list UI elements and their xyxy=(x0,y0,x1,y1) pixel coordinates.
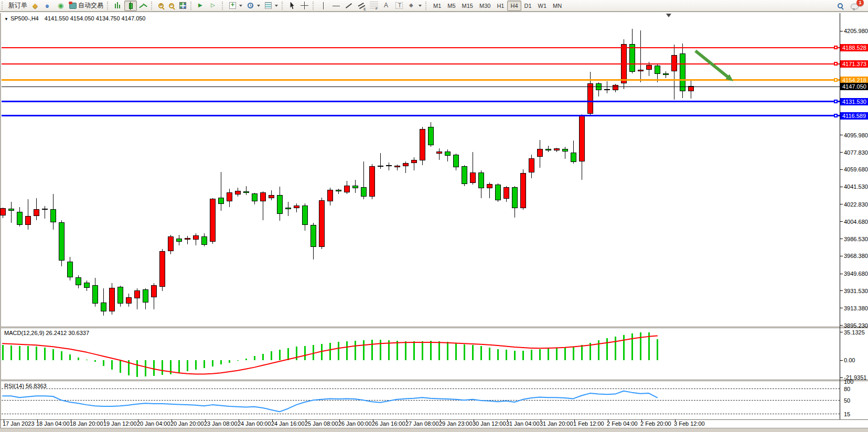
pane-separator[interactable] xyxy=(0,380,868,381)
text-button[interactable] xyxy=(380,1,393,11)
metaeditor-button[interactable] xyxy=(29,1,42,11)
collapse-icon[interactable]: ▼ xyxy=(4,17,8,21)
pane-separator[interactable] xyxy=(0,327,868,328)
timeframe-m5-button-label: M5 xyxy=(447,3,455,9)
time-tick-label: 20 Jan 04:00 xyxy=(137,420,170,427)
macd-histogram-bar xyxy=(506,350,507,360)
level-line-bid-price[interactable] xyxy=(2,87,840,87)
timeframe-m30-button[interactable]: M30 xyxy=(476,1,494,11)
candle-down xyxy=(50,209,56,222)
search-button[interactable] xyxy=(835,1,845,11)
tile-windows-button[interactable] xyxy=(177,1,189,11)
timeframe-d1-button[interactable]: D1 xyxy=(521,1,535,11)
chart-plot[interactable]: ▼SP500-,H4 4141.550 4154.050 4134.750 41… xyxy=(0,0,868,432)
macd-tick xyxy=(840,332,843,332)
level-endpoint-marker[interactable] xyxy=(834,62,838,66)
channel-button[interactable] xyxy=(355,1,368,11)
auto-scroll-button[interactable] xyxy=(195,1,208,11)
new-order-button[interactable]: 新订单 xyxy=(6,1,29,11)
indicators-button[interactable] xyxy=(227,1,244,11)
crosshair-button[interactable] xyxy=(298,1,311,11)
timeframe-group: M1M5M15M30H1H4D1W1MN xyxy=(430,1,565,11)
macd-histogram-bar xyxy=(338,342,339,360)
shapes-button[interactable] xyxy=(405,1,424,11)
candle-down xyxy=(629,44,635,72)
timeframe-m15-button[interactable]: M15 xyxy=(459,1,476,11)
macd-histogram-bar xyxy=(329,343,331,360)
timeframe-h4-button[interactable]: H4 xyxy=(507,1,521,11)
level-endpoint-marker[interactable] xyxy=(834,78,838,82)
candle-up xyxy=(151,285,157,297)
line-chart-icon xyxy=(139,2,147,10)
trend-arrow-annotation[interactable] xyxy=(695,51,729,78)
time-tick-label: 2 Feb 20:00 xyxy=(640,420,671,427)
objects-group xyxy=(227,1,280,11)
templates-button[interactable] xyxy=(262,1,280,11)
community-icon xyxy=(44,2,52,10)
level-line-support[interactable] xyxy=(2,115,840,116)
macd-histogram-bar xyxy=(304,346,306,360)
macd-histogram-bar xyxy=(94,360,96,362)
level-line-pivot[interactable] xyxy=(2,79,840,81)
candle-wick xyxy=(11,202,12,223)
macd-histogram-bar xyxy=(371,340,373,360)
candle-down xyxy=(218,198,224,204)
candle-down xyxy=(42,209,48,210)
candle-wick xyxy=(640,30,641,82)
candle-up xyxy=(420,129,425,160)
price-tick-label: 4004.680 xyxy=(844,219,868,225)
bar-chart-button[interactable] xyxy=(112,1,124,11)
timeframe-h1-button[interactable]: H1 xyxy=(494,1,507,11)
candle-down xyxy=(285,208,291,209)
candle-down xyxy=(495,185,501,200)
main-toolbar: 新订单自动交易M1M5M15M30H1H4D1W1MN 1 xyxy=(0,0,868,12)
time-tick-label: 2 Feb 04:00 xyxy=(607,420,638,427)
trendline-button[interactable] xyxy=(342,1,355,11)
label-button[interactable] xyxy=(393,1,405,11)
level-endpoint-marker[interactable] xyxy=(834,114,838,117)
level-endpoint-marker[interactable] xyxy=(834,100,838,103)
zoom-in-button[interactable] xyxy=(156,1,166,11)
line-chart-button[interactable] xyxy=(137,1,149,11)
time-tick-label: 1 Feb 12:00 xyxy=(573,420,604,427)
periods-button[interactable] xyxy=(244,1,262,11)
price-tick-label: 3986.530 xyxy=(844,236,868,242)
timeframe-m1-button[interactable]: M1 xyxy=(430,1,444,11)
macd-histogram-bar xyxy=(405,341,406,360)
chart-shift-marker[interactable] xyxy=(666,14,671,17)
chart-shift-button[interactable] xyxy=(208,1,220,11)
macd-histogram-bar xyxy=(480,346,482,360)
fibonacci-button[interactable] xyxy=(368,1,380,11)
horizontal-line-button[interactable] xyxy=(330,1,342,11)
chevron-down-icon xyxy=(419,5,422,7)
timeframe-mn-button[interactable]: MN xyxy=(550,1,565,11)
candle-up xyxy=(126,297,132,304)
timeframe-m15-button-label: M15 xyxy=(462,3,473,9)
macd-histogram-bar xyxy=(590,343,591,360)
candlestick-chart-button[interactable] xyxy=(124,1,137,11)
vertical-line-button[interactable] xyxy=(317,1,330,11)
search-icon xyxy=(838,3,843,8)
timeframe-d1-button-label: D1 xyxy=(524,3,532,9)
level-endpoint-marker[interactable] xyxy=(834,46,838,49)
macd-histogram-bar xyxy=(539,349,541,360)
macd-histogram-bar xyxy=(606,338,608,360)
community-button[interactable] xyxy=(42,1,55,11)
macd-histogram-bar xyxy=(648,332,650,360)
indicators-icon xyxy=(229,2,236,9)
zoom-out-button[interactable] xyxy=(166,1,177,11)
signals-button[interactable] xyxy=(55,1,67,11)
notifications-button[interactable]: 1 xyxy=(849,1,861,11)
price-level-badge: 4171.373 xyxy=(840,60,868,68)
candle-up xyxy=(520,173,526,208)
macd-histogram-bar xyxy=(145,360,146,376)
macd-histogram-bar xyxy=(321,344,323,360)
candle-wick xyxy=(607,81,607,93)
timeframe-m5-button[interactable]: M5 xyxy=(444,1,458,11)
level-line-support[interactable] xyxy=(2,101,840,102)
cursor-button[interactable] xyxy=(286,1,298,11)
timeframe-w1-button[interactable]: W1 xyxy=(535,1,550,11)
level-line-resistance[interactable] xyxy=(2,47,840,48)
macd-histogram-bar xyxy=(271,351,272,360)
auto-trading-button[interactable]: 自动交易 xyxy=(67,1,105,11)
